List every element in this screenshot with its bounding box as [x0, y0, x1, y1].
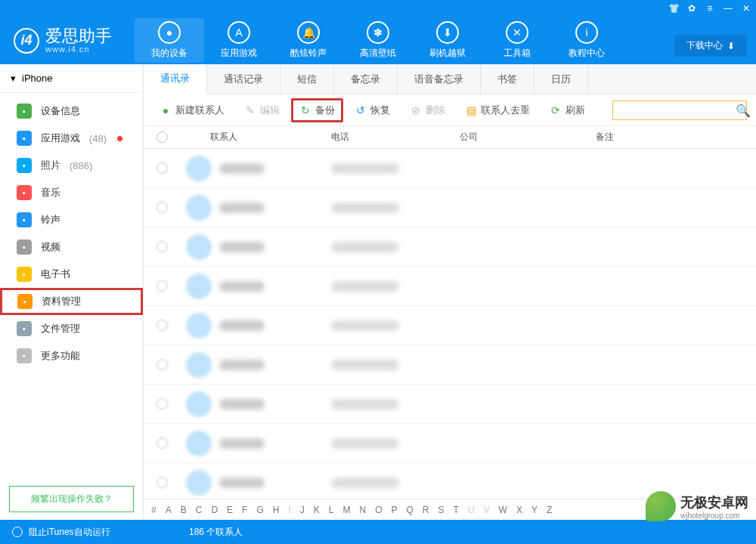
table-row[interactable]	[144, 149, 756, 188]
subtab[interactable]: 备忘录	[334, 64, 398, 94]
dedup-button[interactable]: ▤ 联系人去重	[457, 98, 538, 122]
restore-button[interactable]: ↺ 恢复	[346, 98, 398, 122]
sidebar-item[interactable]: ▪应用游戏 (48)	[0, 125, 143, 152]
help-link[interactable]: 频繁出现操作失败？	[9, 486, 134, 512]
alpha-T[interactable]: T	[454, 505, 459, 515]
subtab[interactable]: 短信	[280, 64, 334, 94]
itunes-block-toggle[interactable]: 阻止iTunes自动运行	[0, 526, 144, 539]
device-selector[interactable]: ▾ iPhone	[0, 64, 143, 93]
alpha-A[interactable]: A	[166, 505, 172, 515]
row-checkbox[interactable]	[156, 320, 168, 331]
alpha-C[interactable]: C	[196, 505, 203, 515]
alpha-R[interactable]: R	[423, 505, 429, 515]
alpha-X[interactable]: X	[516, 505, 522, 515]
subtab[interactable]: 日历	[534, 64, 588, 94]
flower-icon: ✽	[367, 21, 389, 44]
alpha-N[interactable]: N	[359, 505, 366, 515]
topnav-wrench[interactable]: ✕工具箱	[482, 18, 552, 63]
avatar	[186, 313, 212, 338]
alpha-G[interactable]: G	[256, 505, 263, 515]
download-center-button[interactable]: 下载中心 ⬇	[674, 35, 747, 57]
alpha-D[interactable]: D	[211, 505, 218, 515]
close-icon[interactable]: ✕	[741, 3, 751, 14]
col-contact[interactable]: 联系人	[180, 131, 331, 144]
sidebar-item[interactable]: ▪视频	[0, 233, 143, 261]
row-checkbox[interactable]	[156, 280, 168, 292]
logo-badge-icon: i4	[14, 28, 39, 54]
alpha-J[interactable]: J	[300, 505, 305, 515]
edit-button[interactable]: ✎ 编辑	[236, 98, 288, 122]
refresh-button[interactable]: ⟳ 刷新	[541, 98, 593, 122]
sidebar-icon: ▪	[17, 294, 33, 309]
alpha-U[interactable]: U	[468, 505, 475, 515]
alpha-B[interactable]: B	[181, 505, 187, 515]
alpha-M[interactable]: M	[342, 505, 350, 515]
subtab[interactable]: 通话记录	[207, 64, 280, 94]
table-row[interactable]	[144, 424, 756, 463]
search-button[interactable]: 🔍	[736, 104, 751, 118]
sidebar-item[interactable]: ▪电子书	[0, 261, 143, 288]
table-row[interactable]	[144, 267, 756, 306]
select-all-checkbox[interactable]	[156, 131, 168, 143]
new-contact-button[interactable]: ● 新建联系人	[151, 98, 233, 122]
topnav-i[interactable]: i教程中心	[552, 18, 621, 63]
row-checkbox[interactable]	[156, 241, 168, 252]
alpha-V[interactable]: V	[484, 505, 490, 515]
alpha-P[interactable]: P	[392, 505, 398, 515]
alpha-Q[interactable]: Q	[407, 505, 414, 515]
sidebar-item[interactable]: ▪文件管理	[0, 315, 143, 342]
col-company[interactable]: 公司	[460, 131, 596, 144]
sidebar-item[interactable]: ▪音乐	[0, 179, 143, 206]
backup-button[interactable]: ↻ 备份	[291, 98, 343, 122]
col-note[interactable]: 备注	[596, 131, 756, 144]
delete-button[interactable]: ⊘ 删除	[401, 98, 454, 122]
table-row[interactable]	[144, 385, 756, 424]
search-input[interactable]	[613, 105, 736, 116]
alpha-O[interactable]: O	[375, 505, 382, 515]
chevron-down-icon: ▾	[11, 73, 16, 84]
topnav-apple[interactable]: ●我的设备	[135, 18, 204, 63]
table-row[interactable]	[144, 227, 756, 267]
sidebar-item[interactable]: ▪资料管理	[0, 288, 143, 315]
col-phone[interactable]: 电话	[331, 131, 460, 144]
sidebar-icon: ▪	[17, 267, 32, 282]
alpha-Z[interactable]: Z	[547, 505, 552, 515]
gear-icon[interactable]: ✿	[686, 3, 697, 14]
subtab[interactable]: 通讯录	[144, 64, 207, 94]
alpha-#[interactable]: #	[151, 505, 156, 515]
sidebar-item[interactable]: ▪更多功能	[0, 342, 143, 369]
subtab[interactable]: 书签	[481, 64, 534, 94]
sidebar-item[interactable]: ▪设备信息	[0, 97, 143, 125]
row-checkbox[interactable]	[156, 437, 168, 449]
row-checkbox[interactable]	[156, 162, 168, 174]
topnav-bell[interactable]: 🔔酷炫铃声	[274, 18, 343, 63]
titlebar: 👕 ✿ ≡ — ✕	[0, 0, 756, 17]
statusbar: 阻止iTunes自动运行 186 个联系人	[0, 520, 756, 544]
row-checkbox[interactable]	[156, 359, 168, 370]
menu-icon[interactable]: ≡	[705, 3, 715, 14]
restore-icon: ↺	[355, 104, 367, 116]
topnav-flower[interactable]: ✽高清壁纸	[343, 18, 413, 63]
row-checkbox[interactable]	[156, 202, 168, 213]
row-checkbox[interactable]	[156, 477, 168, 488]
subtab[interactable]: 语音备忘录	[398, 64, 481, 94]
sidebar-item[interactable]: ▪照片 (886)	[0, 152, 143, 179]
table-row[interactable]	[144, 306, 756, 345]
alpha-I[interactable]: I	[288, 505, 290, 515]
alpha-F[interactable]: F	[242, 505, 247, 515]
topnav-box[interactable]: ⬇刷机越狱	[413, 18, 482, 63]
table-row[interactable]	[144, 345, 756, 385]
sidebar-item[interactable]: ▪铃声	[0, 206, 143, 233]
topnav-A[interactable]: A应用游戏	[204, 18, 274, 63]
minimize-icon[interactable]: —	[723, 3, 733, 14]
table-row[interactable]	[144, 188, 756, 227]
tshirt-icon[interactable]: 👕	[668, 3, 679, 14]
alpha-E[interactable]: E	[227, 505, 233, 515]
alpha-K[interactable]: K	[314, 505, 320, 515]
row-checkbox[interactable]	[156, 398, 168, 410]
alpha-Y[interactable]: Y	[531, 505, 538, 515]
alpha-W[interactable]: W	[499, 505, 507, 515]
alpha-S[interactable]: S	[438, 505, 445, 515]
alpha-H[interactable]: H	[273, 505, 280, 515]
alpha-L[interactable]: L	[329, 505, 334, 515]
